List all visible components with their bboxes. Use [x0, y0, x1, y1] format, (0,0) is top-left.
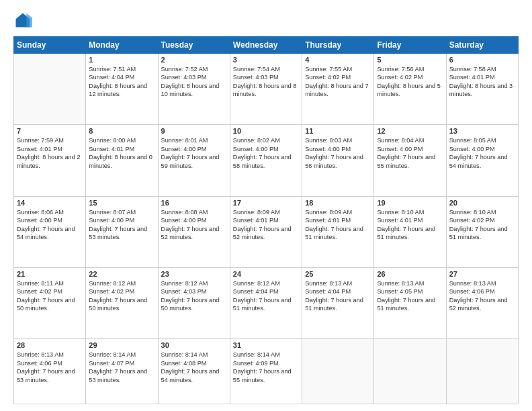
cell-details: Sunrise: 7:54 AMSunset: 4:03 PMDaylight:…: [233, 65, 299, 99]
calendar-week-row: 21Sunrise: 8:11 AMSunset: 4:02 PMDayligh…: [14, 267, 519, 338]
calendar-header-row: SundayMondayTuesdayWednesdayThursdayFrid…: [14, 37, 519, 54]
calendar-weekday-header: Thursday: [302, 37, 374, 54]
cell-details: Sunrise: 8:13 AMSunset: 4:05 PMDaylight:…: [377, 279, 443, 313]
calendar-cell: 8Sunrise: 8:00 AMSunset: 4:01 PMDaylight…: [86, 125, 158, 196]
cell-details: Sunrise: 8:13 AMSunset: 4:04 PMDaylight:…: [305, 279, 371, 313]
cell-details: Sunrise: 8:10 AMSunset: 4:02 PMDaylight:…: [449, 208, 515, 242]
cell-details: Sunrise: 8:08 AMSunset: 4:00 PMDaylight:…: [161, 208, 227, 242]
day-number: 28: [17, 341, 83, 349]
day-number: 4: [305, 56, 371, 64]
calendar-cell: 26Sunrise: 8:13 AMSunset: 4:05 PMDayligh…: [374, 267, 446, 338]
day-number: 18: [305, 199, 371, 207]
cell-details: Sunrise: 8:11 AMSunset: 4:02 PMDaylight:…: [17, 279, 83, 313]
calendar-cell: 31Sunrise: 8:14 AMSunset: 4:09 PMDayligh…: [230, 339, 302, 404]
svg-marker-1: [26, 13, 32, 28]
calendar-cell: 1Sunrise: 7:51 AMSunset: 4:04 PMDaylight…: [86, 54, 158, 125]
header: [13, 11, 519, 30]
calendar-cell: [374, 339, 446, 404]
cell-details: Sunrise: 8:14 AMSunset: 4:08 PMDaylight:…: [161, 351, 227, 384]
calendar-weekday-header: Wednesday: [230, 37, 302, 54]
day-number: 12: [377, 127, 443, 135]
calendar-cell: 17Sunrise: 8:09 AMSunset: 4:01 PMDayligh…: [230, 196, 302, 267]
day-number: 1: [89, 56, 154, 64]
calendar-cell: 25Sunrise: 8:13 AMSunset: 4:04 PMDayligh…: [302, 267, 374, 338]
day-number: 23: [161, 270, 227, 278]
cell-details: Sunrise: 7:51 AMSunset: 4:04 PMDaylight:…: [89, 65, 154, 99]
day-number: 17: [233, 199, 299, 207]
cell-details: Sunrise: 8:09 AMSunset: 4:01 PMDaylight:…: [305, 208, 371, 242]
calendar-cell: 27Sunrise: 8:13 AMSunset: 4:06 PMDayligh…: [446, 267, 518, 338]
day-number: 27: [449, 270, 515, 278]
cell-details: Sunrise: 8:00 AMSunset: 4:01 PMDaylight:…: [89, 136, 154, 170]
calendar-cell: 24Sunrise: 8:12 AMSunset: 4:04 PMDayligh…: [230, 267, 302, 338]
calendar-cell: 20Sunrise: 8:10 AMSunset: 4:02 PMDayligh…: [446, 196, 518, 267]
cell-details: Sunrise: 8:03 AMSunset: 4:00 PMDaylight:…: [305, 136, 371, 170]
calendar-cell: 28Sunrise: 8:13 AMSunset: 4:06 PMDayligh…: [14, 339, 86, 404]
day-number: 22: [89, 270, 154, 278]
day-number: 26: [377, 270, 443, 278]
day-number: 6: [449, 56, 515, 64]
calendar-cell: 29Sunrise: 8:14 AMSunset: 4:07 PMDayligh…: [86, 339, 158, 404]
calendar-cell: 2Sunrise: 7:52 AMSunset: 4:03 PMDaylight…: [158, 54, 230, 125]
calendar-weekday-header: Friday: [374, 37, 446, 54]
calendar-cell: 30Sunrise: 8:14 AMSunset: 4:08 PMDayligh…: [158, 339, 230, 404]
calendar-cell: 3Sunrise: 7:54 AMSunset: 4:03 PMDaylight…: [230, 54, 302, 125]
cell-details: Sunrise: 8:06 AMSunset: 4:00 PMDaylight:…: [17, 208, 83, 242]
calendar-cell: 23Sunrise: 8:12 AMSunset: 4:03 PMDayligh…: [158, 267, 230, 338]
page: SundayMondayTuesdayWednesdayThursdayFrid…: [0, 0, 532, 411]
cell-details: Sunrise: 8:14 AMSunset: 4:07 PMDaylight:…: [89, 351, 154, 384]
calendar-cell: 14Sunrise: 8:06 AMSunset: 4:00 PMDayligh…: [14, 196, 86, 267]
day-number: 20: [449, 199, 515, 207]
day-number: 8: [89, 127, 154, 135]
cell-details: Sunrise: 8:09 AMSunset: 4:01 PMDaylight:…: [233, 208, 299, 242]
calendar-weekday-header: Saturday: [446, 37, 518, 54]
day-number: 24: [233, 270, 299, 278]
day-number: 16: [161, 199, 227, 207]
calendar-cell: 10Sunrise: 8:02 AMSunset: 4:00 PMDayligh…: [230, 125, 302, 196]
calendar-table: SundayMondayTuesdayWednesdayThursdayFrid…: [13, 36, 519, 404]
day-number: 9: [161, 127, 227, 135]
day-number: 21: [17, 270, 83, 278]
day-number: 14: [17, 199, 83, 207]
calendar-cell: 4Sunrise: 7:55 AMSunset: 4:02 PMDaylight…: [302, 54, 374, 125]
cell-details: Sunrise: 8:12 AMSunset: 4:04 PMDaylight:…: [233, 279, 299, 313]
calendar-weekday-header: Monday: [86, 37, 158, 54]
cell-details: Sunrise: 7:59 AMSunset: 4:01 PMDaylight:…: [17, 136, 83, 170]
calendar-cell: [446, 339, 518, 404]
cell-details: Sunrise: 8:07 AMSunset: 4:00 PMDaylight:…: [89, 208, 154, 242]
cell-details: Sunrise: 7:58 AMSunset: 4:01 PMDaylight:…: [449, 65, 515, 99]
cell-details: Sunrise: 8:01 AMSunset: 4:00 PMDaylight:…: [161, 136, 227, 170]
calendar-cell: 15Sunrise: 8:07 AMSunset: 4:00 PMDayligh…: [86, 196, 158, 267]
calendar-body: 1Sunrise: 7:51 AMSunset: 4:04 PMDaylight…: [14, 54, 519, 404]
calendar-week-row: 28Sunrise: 8:13 AMSunset: 4:06 PMDayligh…: [14, 339, 519, 404]
day-number: 19: [377, 199, 443, 207]
calendar-cell: 6Sunrise: 7:58 AMSunset: 4:01 PMDaylight…: [446, 54, 518, 125]
day-number: 10: [233, 127, 299, 135]
cell-details: Sunrise: 8:10 AMSunset: 4:01 PMDaylight:…: [377, 208, 443, 242]
calendar-cell: 16Sunrise: 8:08 AMSunset: 4:00 PMDayligh…: [158, 196, 230, 267]
cell-details: Sunrise: 7:56 AMSunset: 4:02 PMDaylight:…: [377, 65, 443, 99]
calendar-weekday-header: Tuesday: [158, 37, 230, 54]
day-number: 7: [17, 127, 83, 135]
logo: [13, 11, 35, 30]
calendar-cell: 5Sunrise: 7:56 AMSunset: 4:02 PMDaylight…: [374, 54, 446, 125]
calendar-cell: 9Sunrise: 8:01 AMSunset: 4:00 PMDaylight…: [158, 125, 230, 196]
calendar-cell: 18Sunrise: 8:09 AMSunset: 4:01 PMDayligh…: [302, 196, 374, 267]
day-number: 5: [377, 56, 443, 64]
day-number: 15: [89, 199, 154, 207]
day-number: 11: [305, 127, 371, 135]
day-number: 2: [161, 56, 227, 64]
day-number: 30: [161, 341, 227, 349]
day-number: 13: [449, 127, 515, 135]
day-number: 31: [233, 341, 299, 349]
calendar-cell: 21Sunrise: 8:11 AMSunset: 4:02 PMDayligh…: [14, 267, 86, 338]
calendar-weekday-header: Sunday: [14, 37, 86, 54]
calendar-cell: [14, 54, 86, 125]
calendar-cell: 13Sunrise: 8:05 AMSunset: 4:00 PMDayligh…: [446, 125, 518, 196]
cell-details: Sunrise: 8:05 AMSunset: 4:00 PMDaylight:…: [449, 136, 515, 170]
calendar-cell: 7Sunrise: 7:59 AMSunset: 4:01 PMDaylight…: [14, 125, 86, 196]
day-number: 3: [233, 56, 299, 64]
cell-details: Sunrise: 8:12 AMSunset: 4:03 PMDaylight:…: [161, 279, 227, 313]
calendar-cell: 12Sunrise: 8:04 AMSunset: 4:00 PMDayligh…: [374, 125, 446, 196]
calendar-cell: [302, 339, 374, 404]
